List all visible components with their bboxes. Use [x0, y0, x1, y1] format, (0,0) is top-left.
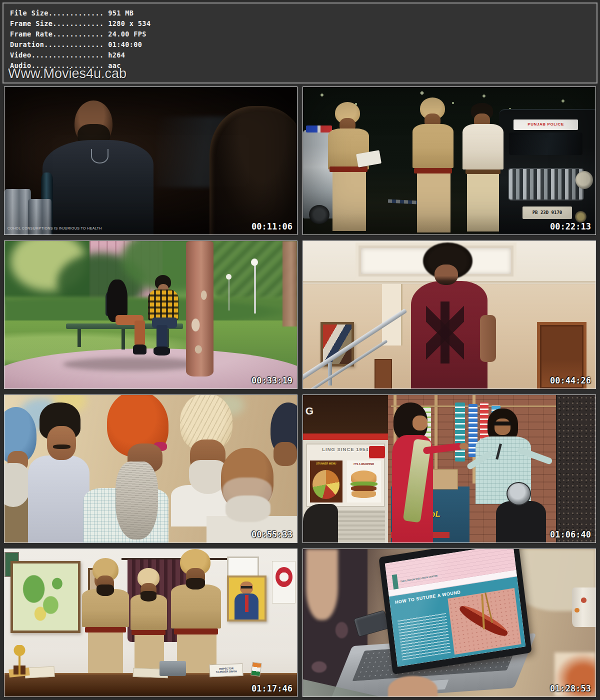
police-lightbar: [306, 126, 332, 133]
officer1-trousers: [332, 172, 366, 231]
officer1-belt: [330, 166, 368, 172]
timestamp-overlay: 00:55:33: [252, 530, 292, 539]
gold-trophy: [14, 645, 26, 674]
info-line-frame-size: Frame Size............ 1280 x 534: [10, 18, 150, 29]
lamp-post: [254, 263, 256, 313]
screenshot-police-office: INSPECTOR TAJINDER SINGH 01:17:46: [4, 548, 298, 697]
timestamp-overlay: 00:22:13: [550, 222, 591, 231]
bench-shadow: [63, 358, 204, 371]
suv-grille: [508, 168, 584, 200]
info-line-duration: Duration.............. 01:40:00: [10, 40, 150, 50]
hanging-sachet-strip: [455, 402, 465, 462]
officer1-belt: [85, 627, 126, 632]
police-emblem-poster: [272, 561, 296, 604]
stunner-menu-text: STUNNER MENU: [312, 462, 341, 465]
screenshot-grid: COHOL CONSUMPTIONS IS INJURIOUS TO HEALT…: [4, 86, 596, 697]
timestamp-overlay: 01:06:40: [550, 530, 591, 539]
bamboo-pole: [434, 395, 437, 480]
civilian-white-shirt: [462, 124, 504, 170]
inspector-name-plate: INSPECTOR TAJINDER SINGH: [209, 664, 243, 677]
screenshot-staircase-home: 00:44:26: [302, 240, 596, 389]
officer3-belt: [174, 628, 218, 634]
laptop-screen: THE LONDON WELLNESS CENTRE Home Help us …: [378, 548, 532, 674]
health-warning-text: COHOL CONSUMPTIONS IS INJURIOUS TO HEALT…: [8, 226, 102, 230]
bench-leg: [122, 329, 125, 350]
man-face: [434, 264, 458, 285]
timestamp-overlay: 00:11:06: [252, 222, 292, 231]
ambedkar-portrait: [227, 576, 266, 621]
menu-poster: STUNNER MENU: [310, 460, 342, 502]
young-man-shirt: [28, 456, 90, 542]
woman-face: [412, 416, 427, 430]
screenshot-bar-night: COHOL CONSUMPTIONS IS INJURIOUS TO HEALT…: [4, 86, 298, 235]
whopper-poster: IT'S A WHOPPER: [347, 460, 381, 502]
menu-wheel-graphic: [312, 470, 340, 499]
suv-headlight: [576, 171, 593, 188]
man-plaid-shirt: [148, 290, 178, 320]
palm-trunk: [186, 241, 214, 376]
parked-moped: [303, 504, 338, 542]
timestamp-overlay: 00:33:19: [252, 376, 292, 385]
timestamp-overlay: 01:17:46: [252, 684, 292, 693]
necklace: [91, 149, 108, 164]
man-shoe: [154, 346, 170, 356]
timestamp-overlay: 00:44:26: [550, 376, 591, 385]
cup-flower: [574, 608, 579, 612]
tshirt-graphic: [426, 302, 464, 364]
bike-body: [496, 501, 546, 542]
screenshot-laptop-website: THE LONDON WELLNESS CENTRE Home Help us …: [302, 548, 596, 697]
screenshot-park-bench: 00:33:19: [4, 240, 298, 389]
bike-headlamp: [506, 482, 532, 506]
info-line-frame-rate: Frame Rate............ 24.00 FPS: [10, 29, 150, 40]
man-face: [494, 418, 510, 434]
lamp-globe: [226, 274, 232, 280]
screenshot-street-market: G LING SINCE 1954 STUNNER MENU IT'S A WH…: [302, 394, 596, 543]
officer3-uniform: [171, 584, 220, 629]
granite-pillar: [556, 395, 596, 542]
cola-sign: [369, 446, 385, 460]
info-line-file-size: File Size............. 951 MB: [10, 8, 150, 18]
officer2-belt: [132, 630, 165, 635]
woman-hand: [460, 443, 468, 450]
portrait-glasses: [241, 586, 252, 588]
whopper-text: IT'S A WHOPPER: [348, 463, 380, 466]
suv-windshield: [509, 132, 582, 154]
woman-leg: [134, 320, 145, 346]
civilian-belt: [466, 170, 500, 174]
young-man-face: [47, 426, 76, 460]
railing-baluster: [328, 362, 332, 386]
long-grey-beard: [116, 462, 158, 540]
storefront-red-strip: [303, 434, 388, 440]
officer2-uniform: [412, 124, 454, 168]
white-beard: [226, 496, 271, 522]
burger-bun-bottom: [352, 491, 376, 498]
media-info-lines: File Size............. 951 MB Frame Size…: [10, 8, 150, 71]
officer2-beard: [140, 591, 156, 602]
media-info-box: File Size............. 951 MB Frame Size…: [2, 2, 598, 84]
bench-leg: [78, 328, 81, 347]
white-cup: [572, 588, 596, 628]
man-leg: [156, 325, 168, 348]
palm-trunk: [282, 241, 297, 326]
license-plate: PB 23D 9170: [522, 206, 572, 219]
info-line-video: Video................. h264: [10, 50, 150, 60]
officer2-trousers: [417, 174, 450, 232]
foreground-man-back: [210, 106, 298, 235]
storefront-fascia: [303, 395, 388, 434]
name-plate-line2: TAJINDER SINGH: [216, 670, 236, 673]
person-arm: [306, 549, 338, 620]
site-watermark: Www.Movies4u.cab: [8, 66, 126, 82]
storefront-letter: G: [306, 406, 314, 416]
screen-glare: [385, 548, 526, 666]
officer3-beard: [186, 578, 205, 590]
man-arm: [480, 315, 496, 362]
portrait-tie: [245, 595, 248, 612]
woman-boot: [133, 344, 146, 355]
man-face: [274, 442, 297, 466]
desk-device: [160, 661, 186, 676]
lamp-post: [228, 278, 230, 310]
cup-flower: [581, 598, 587, 602]
emblem-ring: [276, 567, 292, 587]
timestamp-overlay: 01:28:53: [550, 684, 591, 693]
moustache: [53, 444, 70, 449]
